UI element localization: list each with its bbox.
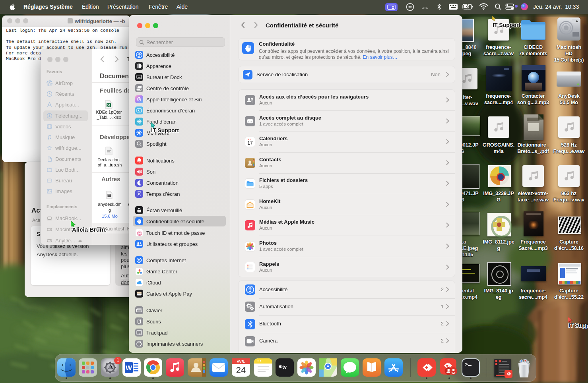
svg-text:>: > [465, 362, 468, 368]
svg-text:24: 24 [236, 365, 246, 375]
svg-text:W: W [126, 364, 132, 372]
svg-text:tv: tv [282, 364, 287, 370]
svg-text:AVR.: AVR. [237, 360, 245, 364]
